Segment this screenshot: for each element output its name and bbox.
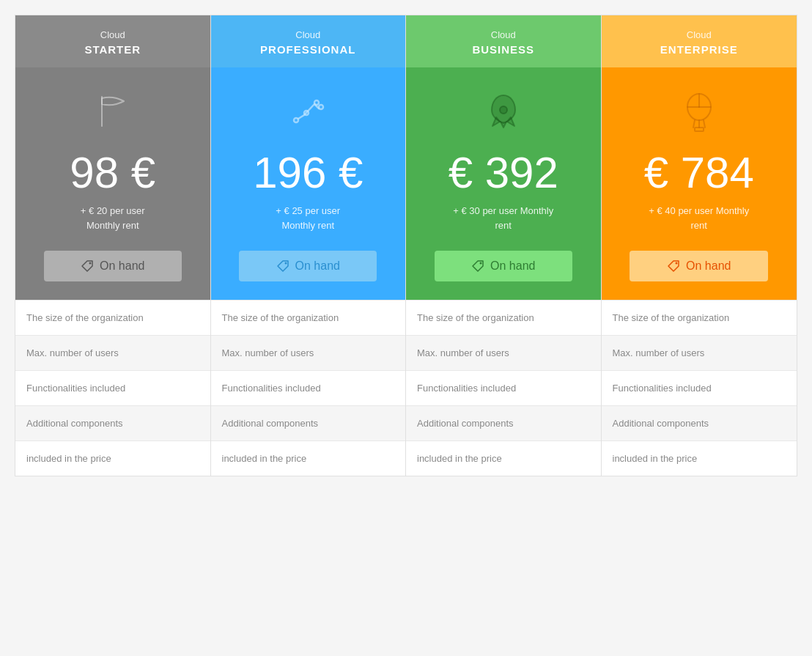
plan-type-starter: Cloud (23, 29, 203, 42)
plan-card-professional: 196 €+ € 25 per userMonthly rent On hand (211, 67, 406, 300)
feature-4-starter: included in the price (15, 441, 210, 476)
feature-1-enterprise: Max. number of users (602, 335, 797, 370)
plan-type-business: Cloud (413, 29, 594, 42)
chart-icon (286, 89, 330, 136)
feature-0-professional: The size of the organization (211, 300, 406, 335)
plan-professional: CloudPROFESSIONAL 196 €+ € 25 per userMo… (211, 15, 407, 476)
plan-header-starter: CloudSTARTER (15, 15, 210, 67)
plan-starter: CloudSTARTER 98 €+ € 20 per userMonthly … (15, 15, 211, 476)
plan-header-enterprise: CloudENTERPRISE (602, 15, 797, 67)
plan-subtitle-enterprise: + € 40 per user Monthlyrent (649, 204, 749, 232)
onhand-button-professional[interactable]: On hand (239, 251, 377, 281)
onhand-button-business[interactable]: On hand (435, 251, 572, 281)
svg-point-1 (89, 262, 92, 265)
feature-3-business: Additional components (406, 405, 601, 441)
plan-price-enterprise: € 784 (644, 151, 754, 195)
plan-name-enterprise: ENTERPRISE (609, 42, 790, 57)
plan-subtitle-business: + € 30 per user Monthlyrent (453, 204, 553, 232)
feature-1-starter: Max. number of users (15, 335, 210, 370)
plan-name-starter: STARTER (23, 42, 203, 57)
tag-icon (667, 259, 680, 273)
plan-name-business: BUSINESS (413, 42, 594, 57)
feature-3-professional: Additional components (211, 405, 406, 441)
feature-4-professional: included in the price (211, 441, 406, 476)
onhand-label: On hand (490, 259, 535, 273)
onhand-button-starter[interactable]: On hand (44, 251, 182, 281)
feature-4-business: included in the price (406, 441, 601, 476)
feature-2-enterprise: Functionalities included (602, 370, 797, 405)
flag-icon (91, 89, 135, 136)
plan-header-business: CloudBUSINESS (406, 15, 601, 67)
tag-icon (276, 259, 289, 273)
feature-1-business: Max. number of users (406, 335, 601, 370)
plan-type-professional: Cloud (218, 29, 399, 42)
feature-2-starter: Functionalities included (15, 370, 210, 405)
plan-subtitle-starter: + € 20 per userMonthly rent (81, 204, 145, 232)
svg-rect-11 (695, 128, 704, 131)
svg-line-12 (693, 120, 695, 128)
onhand-label: On hand (686, 259, 731, 273)
feature-4-enterprise: included in the price (602, 441, 797, 476)
feature-3-enterprise: Additional components (602, 405, 797, 441)
plan-card-business: € 392+ € 30 per user Monthlyrent On hand (406, 67, 601, 300)
feature-0-business: The size of the organization (406, 300, 601, 335)
plan-name-professional: PROFESSIONAL (218, 42, 399, 57)
plan-business: CloudBUSINESS € 392+ € 30 per user Month… (406, 15, 602, 476)
onhand-label: On hand (100, 259, 144, 273)
balloon-icon (677, 89, 721, 136)
svg-point-17 (676, 262, 678, 265)
feature-0-enterprise: The size of the organization (602, 300, 797, 335)
svg-point-8 (480, 262, 482, 265)
feature-2-professional: Functionalities included (211, 370, 406, 405)
feature-2-business: Functionalities included (406, 370, 601, 405)
feature-3-starter: Additional components (15, 405, 210, 441)
onhand-button-enterprise[interactable]: On hand (630, 251, 768, 281)
feature-0-starter: The size of the organization (15, 300, 210, 335)
svg-point-6 (284, 262, 287, 265)
tag-icon (471, 259, 484, 273)
svg-point-7 (500, 106, 507, 114)
pricing-grid: CloudSTARTER 98 €+ € 20 per userMonthly … (15, 15, 797, 476)
svg-line-13 (704, 120, 705, 128)
plan-card-enterprise: € 784+ € 40 per user Monthlyrent On hand (602, 67, 797, 300)
tag-icon (81, 259, 94, 273)
plan-header-professional: CloudPROFESSIONAL (211, 15, 406, 67)
plan-enterprise: CloudENTERPRISE € 784+ € 40 per user Mon… (602, 15, 797, 476)
feature-1-professional: Max. number of users (211, 335, 406, 370)
plan-price-business: € 392 (449, 151, 558, 195)
plan-type-enterprise: Cloud (609, 29, 790, 42)
plan-subtitle-professional: + € 25 per userMonthly rent (276, 204, 340, 232)
rocket-icon (481, 89, 525, 136)
onhand-label: On hand (295, 259, 340, 273)
plan-price-starter: 98 € (70, 151, 155, 195)
plan-card-starter: 98 €+ € 20 per userMonthly rent On hand (15, 67, 210, 300)
plan-price-professional: 196 € (253, 151, 363, 195)
